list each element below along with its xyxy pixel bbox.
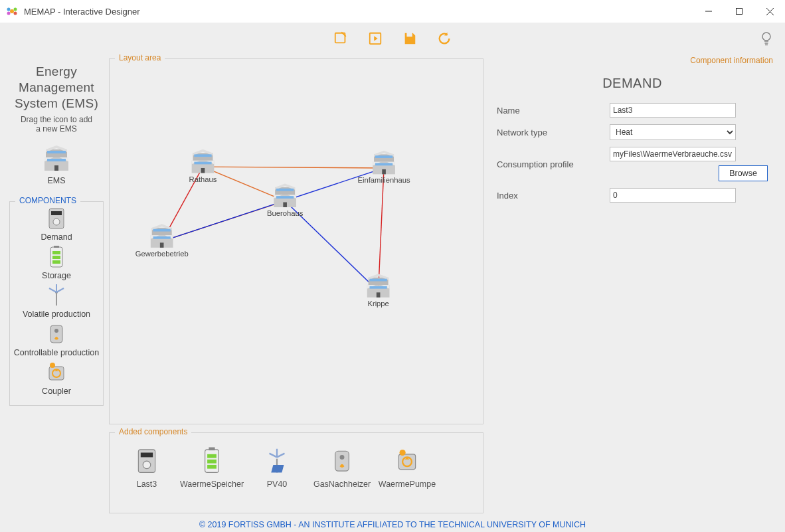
svg-marker-41 [374, 36, 378, 41]
run-button[interactable] [367, 31, 383, 46]
added-item-waermespeicher[interactable]: WaermeSpeicher [185, 445, 238, 489]
ems-label: EMS [47, 176, 65, 185]
edge-einfam-krippe[interactable] [379, 168, 384, 291]
minimize-button[interactable] [693, 0, 724, 23]
components-legend: COMPONENTS [15, 196, 80, 205]
svg-text:Krippe: Krippe [367, 300, 389, 308]
pump-icon [46, 361, 66, 384]
added-icon [262, 445, 292, 476]
added-icon [197, 445, 227, 476]
storage-icon [46, 246, 66, 268]
added-legend: Added components [115, 427, 191, 436]
node-buero[interactable]: Buerohaus [267, 183, 304, 217]
layout-legend: Layout area [115, 53, 165, 62]
titlebar: MEMAP - Interactive Designer [0, 0, 785, 23]
node-gewerbe[interactable]: Gewerbebetrieb [135, 224, 189, 258]
svg-text:Gewerbebetrieb: Gewerbebetrieb [135, 250, 189, 258]
component-volatile[interactable]: Volatile production [11, 284, 102, 319]
svg-text:Buerohaus: Buerohaus [267, 209, 304, 217]
components-panel: COMPONENTS Demand Storage Volatile produ… [9, 201, 104, 406]
component-controllable[interactable]: Controllable production [11, 323, 102, 357]
svg-rect-42 [410, 34, 411, 37]
close-button[interactable] [754, 0, 785, 23]
layout-canvas[interactable]: RathausGewerbebetriebBuerohausEinfamilie… [110, 59, 483, 424]
svg-text:Einfamilienhaus: Einfamilienhaus [357, 176, 410, 184]
refresh-button[interactable] [436, 31, 452, 46]
added-components-panel: Added components Last3WaermeSpeicherPV40… [109, 432, 483, 513]
component-demand[interactable]: Demand [11, 207, 102, 242]
edge-rathaus-buero[interactable] [203, 167, 286, 201]
index-input[interactable] [610, 188, 736, 203]
app-logo-icon [5, 5, 19, 18]
svg-text:Rathaus: Rathaus [189, 175, 217, 183]
index-label: Index [497, 191, 610, 201]
info-panel: Component information DEMAND Name Networ… [486, 54, 778, 517]
added-icon [392, 445, 422, 476]
save-button[interactable] [402, 31, 418, 46]
window-title: MEMAP - Interactive Designer [24, 7, 140, 17]
layout-area[interactable]: Layout area RathausGewerbebetriebBueroha… [109, 58, 483, 424]
browse-button[interactable]: Browse [719, 165, 768, 181]
network-select[interactable]: Heat [610, 124, 736, 140]
info-title: DEMAND [486, 76, 778, 91]
building-icon [41, 144, 72, 173]
added-icon [131, 445, 162, 476]
wind-icon [46, 284, 66, 307]
new-button[interactable] [333, 31, 349, 46]
added-item-waermepumpe[interactable]: WaermePumpe [381, 445, 434, 489]
info-legend: Component information [486, 54, 778, 65]
node-rathaus[interactable]: Rathaus [189, 149, 217, 183]
profile-input[interactable] [610, 147, 736, 161]
sidebar-hint: Drag the icon to add a new EMS [21, 115, 92, 133]
added-icon [327, 445, 357, 476]
footer: © 2019 FORTISS GMBH - AN INSTITUTE AFFIL… [0, 517, 785, 532]
maximize-button[interactable] [724, 0, 754, 23]
edge-rathaus-einfam[interactable] [203, 167, 385, 168]
toolbar [0, 23, 785, 54]
sidebar-title: Energy Management System (EMS) [7, 64, 106, 111]
name-label: Name [497, 106, 610, 116]
demand-icon [46, 207, 66, 230]
name-input[interactable] [610, 103, 736, 118]
profile-label: Consumption profile [497, 159, 610, 169]
svg-rect-36 [737, 9, 742, 15]
node-krippe[interactable]: Krippe [367, 274, 390, 308]
component-storage[interactable]: Storage [11, 246, 102, 280]
added-item-last3[interactable]: Last3 [120, 445, 173, 489]
added-item-gasnachheizer[interactable]: GasNachheizer [315, 445, 369, 489]
svg-point-43 [762, 33, 770, 41]
ems-palette-item[interactable]: EMS [41, 144, 72, 185]
added-item-pv40[interactable]: PV40 [250, 445, 304, 489]
network-label: Network type [497, 128, 610, 137]
help-bulb-icon[interactable] [760, 31, 773, 48]
boiler-icon [46, 323, 66, 345]
sidebar: Energy Management System (EMS) Drag the … [7, 54, 106, 517]
component-coupler[interactable]: Coupler [11, 361, 102, 396]
